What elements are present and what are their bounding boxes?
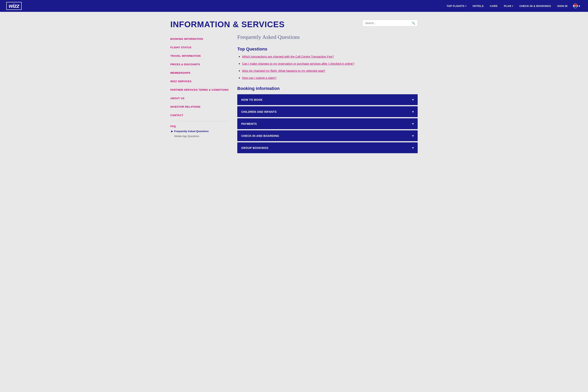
sidebar-item-investor-relations[interactable]: INVESTOR RELATIONS	[170, 102, 229, 111]
page-wrapper: INFORMATION & SERVICES 🔍 BOOKING INFORMA…	[164, 12, 424, 166]
faq-child-label: Frequently Asked Questions	[174, 130, 209, 133]
accordion-arrow-children-infants: ▾	[412, 110, 414, 114]
accordion-checkin-boarding[interactable]: CHECK-IN AND BOARDING ▾	[237, 130, 418, 141]
search-input[interactable]	[365, 22, 411, 25]
question-link-4[interactable]: How can I submit a claim?	[242, 76, 276, 80]
nav-links: TOP FLIGHTS ▾ HOTELS CARS PLAN ▾ CHECK-I…	[444, 0, 582, 12]
accordion-label-how-to-book: HOW TO BOOK	[241, 98, 263, 101]
accordion-label-group-bookings: GROUP BOOKINGS	[241, 146, 268, 150]
booking-info-title: Booking information	[237, 86, 418, 91]
search-icon: 🔍	[412, 22, 415, 25]
logo[interactable]: wizz	[6, 2, 22, 10]
sidebar-item-memberships[interactable]: MEMBERSHIPS	[170, 68, 229, 77]
nav-plan[interactable]: PLAN ▾	[502, 0, 516, 12]
content-layout: BOOKING INFORMATION FLIGHT STATUS TRAVEL…	[170, 33, 418, 166]
nav-top-flights[interactable]: TOP FLIGHTS ▾	[444, 0, 469, 12]
sidebar-faq-section: FAQ ▶ Frequently Asked Questions Mobile …	[170, 123, 229, 138]
accordion-children-infants[interactable]: CHILDREN AND INFANTS ▾	[237, 106, 418, 117]
sidebar-item-flight-status[interactable]: FLIGHT STATUS	[170, 43, 229, 52]
nav-checkin[interactable]: CHECK-IN & BOOKINGS	[517, 0, 553, 12]
faq-subchild-label: Mobile App Questions	[174, 135, 199, 138]
sidebar-item-wizz-services[interactable]: WIZZ SERVICES	[170, 77, 229, 86]
faq-child-arrow: ▶	[171, 130, 173, 133]
accordion-arrow-group-bookings: ▾	[412, 146, 414, 150]
search-box: 🔍	[363, 20, 418, 26]
main-content: Frequently Asked Questions Top Questions…	[237, 33, 418, 154]
sidebar-faq-mobile-app[interactable]: Mobile App Questions	[170, 134, 229, 138]
sidebar-faq-frequently-asked[interactable]: ▶ Frequently Asked Questions	[170, 129, 229, 134]
accordion-label-payments: PAYMENTS	[241, 122, 257, 126]
sidebar-item-travel-information[interactable]: TRAVEL INFORMATION	[170, 52, 229, 60]
nav-cars[interactable]: CARS	[488, 0, 500, 12]
sidebar-item-about-us[interactable]: ABOUT US	[170, 94, 229, 102]
sidebar-item-booking-information[interactable]: BOOKING INFORMATION	[170, 35, 229, 43]
accordion-arrow-payments: ▾	[412, 122, 414, 126]
nav-hotels[interactable]: HOTELS	[470, 0, 486, 12]
accordion-arrow-checkin-boarding: ▾	[412, 134, 414, 138]
lang-arrow: ▾	[579, 4, 580, 8]
accordion-how-to-book[interactable]: HOW TO BOOK ▾	[237, 94, 418, 105]
sidebar-item-partner-services[interactable]: PARTNER SERVICES TERMS & CONDITIONS	[170, 86, 229, 94]
question-link-3[interactable]: Wizz Air changed my flight. What happens…	[242, 69, 325, 72]
page-header: INFORMATION & SERVICES 🔍	[170, 12, 418, 33]
sidebar-divider	[170, 121, 229, 121]
accordion-payments[interactable]: PAYMENTS ▾	[237, 118, 418, 129]
top-questions-title: Top Questions	[237, 46, 418, 52]
question-link-2[interactable]: Can I make changes to my reservation or …	[242, 62, 354, 65]
accordion-label-children-infants: CHILDREN AND INFANTS	[241, 110, 277, 114]
accordion-label-checkin-boarding: CHECK-IN AND BOARDING	[241, 134, 279, 138]
sidebar-faq-label[interactable]: FAQ	[170, 123, 229, 129]
sidebar: BOOKING INFORMATION FLIGHT STATUS TRAVEL…	[170, 33, 229, 154]
faq-heading: Frequently Asked Questions	[237, 34, 418, 40]
flag-icon: 🇬🇧	[573, 4, 578, 8]
top-questions-list: Which transactions are charged with the …	[237, 55, 418, 80]
page-title: INFORMATION & SERVICES	[170, 20, 285, 29]
top-flights-arrow: ▾	[465, 5, 466, 7]
list-item: Wizz Air changed my flight. What happens…	[242, 69, 418, 72]
list-item: Which transactions are charged with the …	[242, 55, 418, 58]
accordion-arrow-how-to-book: ▾	[412, 98, 414, 102]
list-item: Can I make changes to my reservation or …	[242, 62, 418, 66]
list-item: How can I submit a claim?	[242, 76, 418, 80]
sidebar-item-prices-discounts[interactable]: PRICES & DISCOUNTS	[170, 60, 229, 68]
plan-arrow: ▾	[512, 5, 513, 7]
nav-signin[interactable]: SIGN IN	[555, 0, 570, 12]
navbar: wizz TOP FLIGHTS ▾ HOTELS CARS PLAN ▾ CH…	[0, 0, 588, 12]
accordion-group-bookings[interactable]: GROUP BOOKINGS ▾	[237, 142, 418, 153]
sidebar-item-contact[interactable]: CONTACT	[170, 111, 229, 120]
language-selector[interactable]: 🇬🇧 ▾	[572, 0, 582, 12]
question-link-1[interactable]: Which transactions are charged with the …	[242, 55, 334, 58]
